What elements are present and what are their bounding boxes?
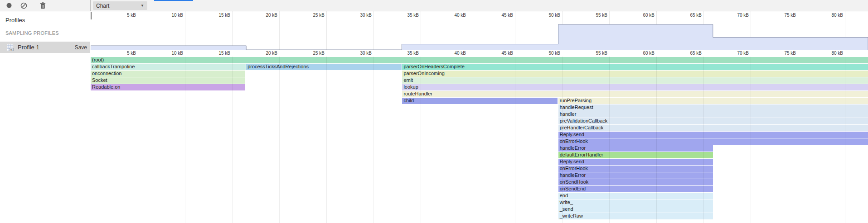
flame-bar--writeraw[interactable]: _writeRaw (558, 213, 713, 219)
flame-gridline (562, 57, 563, 223)
profile-document-icon: % (6, 44, 14, 51)
active-tab-underline (154, 0, 193, 1)
flame-gridline (421, 57, 421, 223)
flame-gridline (703, 57, 704, 223)
trash-icon (40, 2, 46, 9)
axis-tick-label: 45 kB (501, 51, 513, 56)
flame-bar-reply-send[interactable]: Reply.send (558, 159, 713, 165)
axis-tick-label: 80 kB (831, 51, 843, 56)
flame-bar-onerrorhook[interactable]: onErrorHook (558, 166, 713, 172)
flame-gridline (656, 57, 657, 223)
axis-tick-label: 10 kB (171, 51, 183, 56)
profile-name: Profile 1 (18, 44, 75, 51)
devtools-memory-panel: Chart ▼ Profiles SAMPLING PROFILES % Pro… (0, 0, 868, 223)
delete-profile-button[interactable] (36, 0, 49, 11)
flame-gridline (232, 57, 233, 223)
flame-gridline (751, 57, 751, 223)
profiles-sidebar: Profiles SAMPLING PROFILES % Profile 1 S… (0, 11, 90, 223)
flame-gridline (185, 57, 185, 223)
flame-gridline (515, 57, 515, 223)
svg-text:%: % (10, 48, 13, 51)
axis-tick-label: 15 kB (218, 51, 230, 56)
record-button[interactable] (3, 0, 15, 11)
axis-tick-label: 5 kB (127, 51, 136, 56)
allocation-overview-pane[interactable]: 5 kB10 kB15 kB20 kB25 kB30 kB35 kB40 kB4… (91, 11, 868, 50)
flame-gridline (798, 57, 798, 223)
flame-bar--send[interactable]: _send (558, 206, 713, 213)
flame-bar-child[interactable]: child (402, 98, 557, 104)
flame-bar-runpreparsing[interactable]: runPreParsing (558, 98, 868, 104)
flame-gridline (609, 57, 610, 223)
axis-tick-label: 25 kB (313, 51, 325, 56)
flame-bar-write-[interactable]: write_ (558, 199, 713, 206)
flame-gridline (279, 57, 280, 223)
overview-silhouette (91, 11, 868, 50)
record-icon (6, 2, 12, 9)
flame-bar-onconnection[interactable]: onconnection (91, 71, 245, 77)
flame-bar-socket[interactable]: Socket (91, 77, 245, 84)
axis-tick-label: 60 kB (643, 51, 655, 56)
view-mode-select[interactable]: Chart ▼ (93, 1, 147, 10)
flame-bar-processticksandrejections[interactable]: processTicksAndRejections (246, 64, 402, 70)
toolbar-separator (32, 2, 32, 9)
axis-tick-label: 55 kB (596, 51, 607, 56)
chevron-down-icon: ▼ (141, 4, 147, 8)
axis-tick-label: 50 kB (548, 51, 560, 56)
axis-tick-label: 65 kB (690, 51, 702, 56)
axis-tick-label: 75 kB (784, 51, 796, 56)
flame-bar-onsendhook[interactable]: onSendHook (558, 179, 713, 185)
axis-tick-label: 70 kB (737, 51, 749, 56)
flame-bar-callbacktrampoline[interactable]: callbackTrampoline (91, 64, 246, 70)
flame-bar--root-[interactable]: (root) (91, 57, 868, 63)
sidebar-item-profile-1[interactable]: % Profile 1 Save (0, 42, 90, 53)
flame-bar-onsendend[interactable]: onSendEnd (558, 186, 713, 192)
chart-area: 5 kB10 kB15 kB20 kB25 kB30 kB35 kB40 kB4… (91, 11, 868, 223)
flame-bar-handler[interactable]: handler (558, 111, 868, 118)
flame-gridline (326, 57, 327, 223)
clear-all-button[interactable] (17, 0, 30, 11)
flame-gridline (138, 57, 138, 223)
flame-chart-ruler: 5 kB10 kB15 kB20 kB25 kB30 kB35 kB40 kB4… (91, 50, 868, 57)
flame-bar-end[interactable]: end (558, 193, 713, 199)
flame-bar-onerrorhook[interactable]: onErrorHook (558, 138, 868, 145)
flame-bar-prehandlercallback[interactable]: preHandlerCallback (558, 125, 868, 131)
axis-tick-label: 20 kB (266, 51, 277, 56)
flame-bar-readable-on[interactable]: Readable.on (91, 84, 245, 90)
flame-bar-prevalidationcallback[interactable]: preValidationCallback (558, 118, 868, 124)
view-mode-value: Chart (93, 3, 141, 9)
flame-gridline (373, 57, 374, 223)
clear-icon (20, 2, 27, 9)
save-profile-link[interactable]: Save (75, 44, 87, 51)
flame-bar-reply-send[interactable]: Reply.send (558, 132, 868, 138)
flame-gridline (845, 57, 845, 223)
flame-gridline (468, 57, 468, 223)
axis-tick-label: 40 kB (454, 51, 466, 56)
flame-bar-handleerror[interactable]: handleError (558, 172, 713, 179)
toolbar: Chart ▼ (0, 0, 868, 11)
axis-tick-label: 35 kB (407, 51, 419, 56)
toolbar-separator (90, 0, 91, 11)
axis-tick-label: 30 kB (360, 51, 372, 56)
sampling-profiles-header: SAMPLING PROFILES (5, 30, 59, 36)
flame-bar-handleerror[interactable]: handleError (558, 145, 713, 152)
sidebar-title: Profiles (5, 17, 25, 24)
flame-bar-handlerequest[interactable]: handleRequest (558, 104, 868, 111)
flame-chart-pane[interactable]: (root)callbackTrampolineprocessTicksAndR… (91, 57, 868, 223)
flame-bar-defaulterrorhandler[interactable]: defaultErrorHandler (558, 152, 713, 158)
